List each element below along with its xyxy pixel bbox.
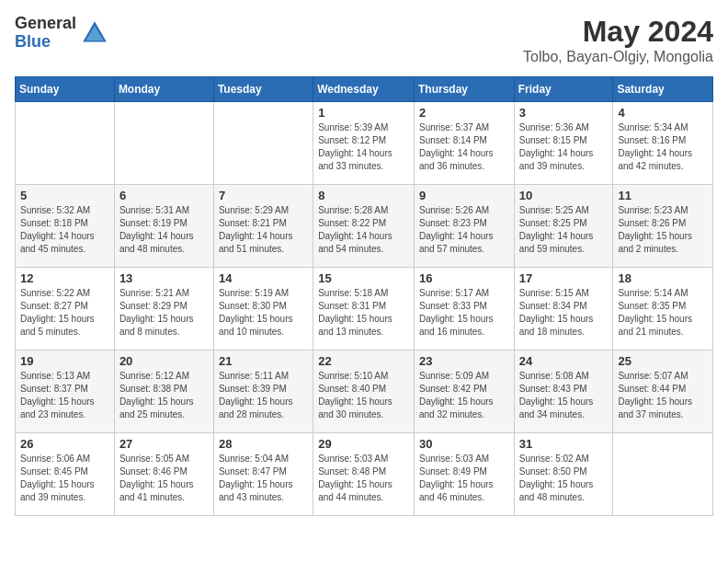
calendar-cell: 19Sunrise: 5:13 AM Sunset: 8:37 PM Dayli… [16, 350, 115, 433]
day-info: Sunrise: 5:21 AM Sunset: 8:29 PM Dayligh… [119, 287, 209, 339]
day-info: Sunrise: 5:03 AM Sunset: 8:48 PM Dayligh… [318, 453, 409, 504]
day-number: 12 [20, 271, 109, 285]
day-number: 31 [519, 437, 609, 451]
calendar-cell: 12Sunrise: 5:22 AM Sunset: 8:27 PM Dayli… [16, 268, 115, 350]
column-header-wednesday: Wednesday [313, 77, 415, 102]
calendar-cell: 22Sunrise: 5:10 AM Sunset: 8:40 PM Dayli… [313, 350, 415, 433]
calendar-cell: 16Sunrise: 5:17 AM Sunset: 8:33 PM Dayli… [414, 268, 514, 350]
day-number: 30 [419, 437, 509, 451]
calendar-cell: 3Sunrise: 5:36 AM Sunset: 8:15 PM Daylig… [514, 102, 613, 185]
calendar-cell: 31Sunrise: 5:02 AM Sunset: 8:50 PM Dayli… [514, 433, 613, 516]
day-info: Sunrise: 5:13 AM Sunset: 8:37 PM Dayligh… [20, 370, 109, 421]
calendar-cell: 4Sunrise: 5:34 AM Sunset: 8:16 PM Daylig… [613, 102, 713, 185]
calendar-cell: 26Sunrise: 5:06 AM Sunset: 8:45 PM Dayli… [16, 433, 115, 516]
calendar-cell: 17Sunrise: 5:15 AM Sunset: 8:34 PM Dayli… [514, 268, 613, 350]
calendar-cell: 27Sunrise: 5:05 AM Sunset: 8:46 PM Dayli… [114, 433, 213, 516]
day-info: Sunrise: 5:09 AM Sunset: 8:42 PM Dayligh… [419, 370, 509, 421]
day-number: 24 [519, 354, 609, 368]
day-info: Sunrise: 5:08 AM Sunset: 8:43 PM Dayligh… [519, 370, 609, 421]
calendar-cell [16, 102, 115, 185]
day-number: 26 [20, 437, 109, 451]
day-number: 11 [618, 189, 708, 202]
day-info: Sunrise: 5:15 AM Sunset: 8:34 PM Dayligh… [519, 287, 609, 339]
calendar-week-row: 5Sunrise: 5:32 AM Sunset: 8:18 PM Daylig… [16, 185, 713, 268]
day-info: Sunrise: 5:37 AM Sunset: 8:14 PM Dayligh… [419, 121, 509, 173]
calendar-cell: 8Sunrise: 5:28 AM Sunset: 8:22 PM Daylig… [313, 185, 415, 268]
calendar-cell: 25Sunrise: 5:07 AM Sunset: 8:44 PM Dayli… [613, 350, 713, 433]
day-info: Sunrise: 5:17 AM Sunset: 8:33 PM Dayligh… [419, 287, 509, 339]
day-number: 28 [219, 437, 308, 451]
day-info: Sunrise: 5:39 AM Sunset: 8:12 PM Dayligh… [318, 121, 409, 173]
calendar-cell: 9Sunrise: 5:26 AM Sunset: 8:23 PM Daylig… [414, 185, 514, 268]
day-info: Sunrise: 5:06 AM Sunset: 8:45 PM Dayligh… [20, 453, 109, 504]
logo-icon [80, 18, 109, 48]
logo: General Blue [15, 15, 109, 52]
day-info: Sunrise: 5:26 AM Sunset: 8:23 PM Dayligh… [419, 204, 509, 256]
day-info: Sunrise: 5:07 AM Sunset: 8:44 PM Dayligh… [618, 370, 708, 421]
calendar-cell: 14Sunrise: 5:19 AM Sunset: 8:30 PM Dayli… [213, 268, 313, 350]
day-info: Sunrise: 5:31 AM Sunset: 8:19 PM Dayligh… [119, 204, 209, 256]
calendar-header-row: SundayMondayTuesdayWednesdayThursdayFrid… [16, 77, 713, 102]
day-number: 8 [318, 189, 409, 202]
calendar-cell [114, 102, 213, 185]
calendar-cell: 23Sunrise: 5:09 AM Sunset: 8:42 PM Dayli… [414, 350, 514, 433]
logo-general: General [15, 15, 76, 33]
calendar-week-row: 19Sunrise: 5:13 AM Sunset: 8:37 PM Dayli… [16, 350, 713, 433]
day-info: Sunrise: 5:12 AM Sunset: 8:38 PM Dayligh… [119, 370, 209, 421]
day-number: 10 [519, 189, 609, 202]
day-number: 6 [119, 189, 209, 202]
day-number: 23 [419, 354, 509, 368]
day-number: 4 [618, 106, 708, 120]
day-info: Sunrise: 5:02 AM Sunset: 8:50 PM Dayligh… [519, 453, 609, 504]
day-info: Sunrise: 5:25 AM Sunset: 8:25 PM Dayligh… [519, 204, 609, 256]
day-info: Sunrise: 5:03 AM Sunset: 8:49 PM Dayligh… [419, 453, 509, 504]
month-title: May 2024 [523, 15, 713, 49]
day-number: 17 [519, 271, 609, 285]
day-number: 27 [119, 437, 209, 451]
day-info: Sunrise: 5:19 AM Sunset: 8:30 PM Dayligh… [219, 287, 308, 339]
day-number: 19 [20, 354, 109, 368]
day-info: Sunrise: 5:23 AM Sunset: 8:26 PM Dayligh… [618, 204, 708, 256]
day-number: 2 [419, 106, 509, 120]
calendar-cell: 7Sunrise: 5:29 AM Sunset: 8:21 PM Daylig… [213, 185, 313, 268]
day-info: Sunrise: 5:29 AM Sunset: 8:21 PM Dayligh… [219, 204, 308, 256]
day-number: 14 [219, 271, 308, 285]
column-header-saturday: Saturday [613, 77, 713, 102]
day-number: 3 [519, 106, 609, 120]
day-number: 1 [318, 106, 409, 120]
calendar-week-row: 1Sunrise: 5:39 AM Sunset: 8:12 PM Daylig… [16, 102, 713, 185]
day-info: Sunrise: 5:36 AM Sunset: 8:15 PM Dayligh… [519, 121, 609, 173]
page-header: General Blue May 2024 Tolbo, Bayan-Olgiy… [15, 15, 713, 65]
day-number: 15 [318, 271, 409, 285]
calendar-cell: 15Sunrise: 5:18 AM Sunset: 8:31 PM Dayli… [313, 268, 415, 350]
day-number: 22 [318, 354, 409, 368]
calendar-cell: 21Sunrise: 5:11 AM Sunset: 8:39 PM Dayli… [213, 350, 313, 433]
calendar-cell [213, 102, 313, 185]
day-number: 13 [119, 271, 209, 285]
column-header-monday: Monday [114, 77, 213, 102]
day-info: Sunrise: 5:14 AM Sunset: 8:35 PM Dayligh… [618, 287, 708, 339]
day-info: Sunrise: 5:32 AM Sunset: 8:18 PM Dayligh… [20, 204, 109, 256]
day-number: 25 [618, 354, 708, 368]
calendar-cell: 18Sunrise: 5:14 AM Sunset: 8:35 PM Dayli… [613, 268, 713, 350]
calendar-cell: 6Sunrise: 5:31 AM Sunset: 8:19 PM Daylig… [114, 185, 213, 268]
day-info: Sunrise: 5:22 AM Sunset: 8:27 PM Dayligh… [20, 287, 109, 339]
calendar-cell: 29Sunrise: 5:03 AM Sunset: 8:48 PM Dayli… [313, 433, 415, 516]
calendar-cell: 28Sunrise: 5:04 AM Sunset: 8:47 PM Dayli… [213, 433, 313, 516]
title-block: May 2024 Tolbo, Bayan-Olgiy, Mongolia [523, 15, 713, 65]
day-number: 9 [419, 189, 509, 202]
column-header-friday: Friday [514, 77, 613, 102]
day-number: 21 [219, 354, 308, 368]
column-header-tuesday: Tuesday [213, 77, 313, 102]
day-number: 18 [618, 271, 708, 285]
day-number: 20 [119, 354, 209, 368]
calendar-cell: 20Sunrise: 5:12 AM Sunset: 8:38 PM Dayli… [114, 350, 213, 433]
column-header-sunday: Sunday [16, 77, 115, 102]
calendar-cell: 10Sunrise: 5:25 AM Sunset: 8:25 PM Dayli… [514, 185, 613, 268]
calendar-cell: 1Sunrise: 5:39 AM Sunset: 8:12 PM Daylig… [313, 102, 415, 185]
calendar-week-row: 26Sunrise: 5:06 AM Sunset: 8:45 PM Dayli… [16, 433, 713, 516]
day-number: 5 [20, 189, 109, 202]
logo-blue: Blue [15, 33, 76, 52]
day-info: Sunrise: 5:18 AM Sunset: 8:31 PM Dayligh… [318, 287, 409, 339]
column-header-thursday: Thursday [414, 77, 514, 102]
